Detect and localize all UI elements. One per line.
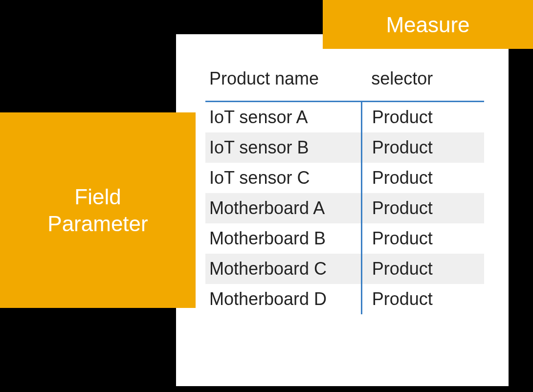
cell-product: Motherboard B xyxy=(205,223,361,254)
table-row[interactable]: IoT sensor AProduct xyxy=(205,102,484,133)
table-row[interactable]: Motherboard BProduct xyxy=(205,223,484,254)
table-row[interactable]: Motherboard AProduct xyxy=(205,193,484,223)
product-selector-table: Product name selector IoT sensor AProduc… xyxy=(205,64,484,314)
table-row[interactable]: IoT sensor CProduct xyxy=(205,163,484,193)
column-header-selector[interactable]: selector xyxy=(361,64,484,102)
cell-selector: Product xyxy=(361,132,484,163)
cell-product: Motherboard C xyxy=(205,254,361,284)
field-parameter-label-text: FieldParameter xyxy=(47,183,148,237)
table-row[interactable]: IoT sensor BProduct xyxy=(205,132,484,163)
cell-product: IoT sensor B xyxy=(205,132,361,163)
cell-product: Motherboard A xyxy=(205,193,361,223)
column-header-product[interactable]: Product name xyxy=(205,64,361,102)
table-header-row: Product name selector xyxy=(205,64,484,102)
measure-label: Measure xyxy=(323,0,533,49)
cell-product: Motherboard D xyxy=(205,284,361,314)
data-table-card: Product name selector IoT sensor AProduc… xyxy=(176,34,509,386)
table-row[interactable]: Motherboard DProduct xyxy=(205,284,484,314)
cell-selector: Product xyxy=(361,284,484,314)
cell-selector: Product xyxy=(361,193,484,223)
measure-label-text: Measure xyxy=(386,11,469,38)
table-row[interactable]: Motherboard CProduct xyxy=(205,254,484,284)
field-parameter-label: FieldParameter xyxy=(0,112,196,308)
cell-selector: Product xyxy=(361,254,484,284)
cell-selector: Product xyxy=(361,223,484,254)
cell-product: IoT sensor A xyxy=(205,102,361,133)
cell-selector: Product xyxy=(361,163,484,193)
cell-product: IoT sensor C xyxy=(205,163,361,193)
cell-selector: Product xyxy=(361,102,484,133)
